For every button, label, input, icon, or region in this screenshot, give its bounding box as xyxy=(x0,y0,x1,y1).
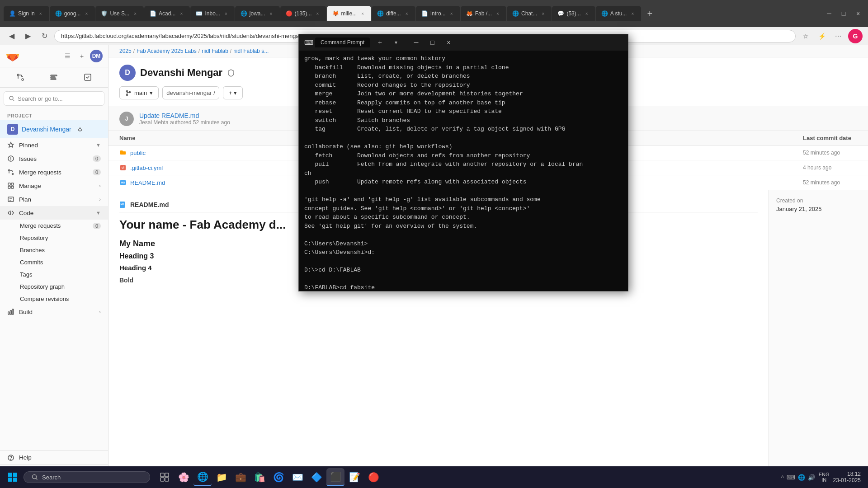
folder-icon xyxy=(119,149,127,156)
tab-close[interactable]: × xyxy=(448,10,455,17)
bookmark-button[interactable]: ☆ xyxy=(799,30,812,42)
svg-point-0 xyxy=(17,74,19,76)
sidebar-icon-todo[interactable] xyxy=(80,70,95,84)
browser-tab-use[interactable]: 🛡️ Use S... × xyxy=(95,6,144,21)
user-avatar-top[interactable]: DM xyxy=(90,50,103,62)
more-button[interactable]: ⋯ xyxy=(832,30,844,42)
sidebar-sub-item-compare-revisions[interactable]: Compare revisions xyxy=(0,293,108,305)
browser-tab-135[interactable]: 🔴 (135)... × xyxy=(280,6,326,21)
refresh-button[interactable]: ↻ xyxy=(38,30,51,42)
tab-close[interactable]: × xyxy=(404,10,410,17)
sidebar-item-help[interactable]: Help xyxy=(0,450,108,465)
sidebar-item-merge-requests[interactable]: Merge requests 0 xyxy=(0,165,108,179)
taskbar-search-box[interactable]: Search xyxy=(24,471,150,483)
maximize-browser-button[interactable]: □ xyxy=(837,7,850,20)
taskbar-app-store[interactable]: 🛍️ xyxy=(250,468,269,486)
sidebar-project-item[interactable]: D Devanshi Mengar xyxy=(0,120,108,138)
sidebar-item-build[interactable]: Build › xyxy=(0,305,108,319)
close-browser-button[interactable]: × xyxy=(852,7,864,20)
sidebar-sub-item-repository[interactable]: Repository xyxy=(0,232,108,244)
sidebar-item-code[interactable]: Code ▼ xyxy=(0,206,108,220)
browser-tab-acad[interactable]: 📄 Acad... × xyxy=(144,6,190,21)
sidebar-item-plan[interactable]: Plan › xyxy=(0,192,108,206)
browser-tab-jowa[interactable]: 🌐 jowa... × xyxy=(235,6,280,21)
browser-tab-active[interactable]: 🦊 mille... × xyxy=(327,6,372,21)
sidebar-sub-item-commits[interactable]: Commits xyxy=(0,256,108,268)
start-button[interactable] xyxy=(4,468,22,486)
svg-rect-15 xyxy=(8,186,10,188)
minimize-browser-button[interactable]: ─ xyxy=(823,7,835,20)
sidebar-sub-item-repository-graph[interactable]: Repository graph xyxy=(0,281,108,293)
browser-tab-chat[interactable]: 🌐 Chat... × xyxy=(507,6,552,21)
taskbar-app-browser[interactable]: 🌐 xyxy=(193,468,212,486)
cmd-minimize-button[interactable]: ─ xyxy=(410,36,422,49)
clock[interactable]: 18:12 23-01-2025 xyxy=(833,471,861,483)
breadcrumb-2025[interactable]: 2025 xyxy=(119,48,132,54)
gitlab-logo[interactable] xyxy=(5,49,20,63)
taskbar-app-git[interactable]: 🔷 xyxy=(307,468,326,486)
browser-tab-goog[interactable]: 🌐 goog... × xyxy=(50,6,95,21)
tab-close[interactable]: × xyxy=(223,10,229,17)
sidebar-icon-issues[interactable] xyxy=(47,70,61,84)
cmd-dropdown-button[interactable]: ▾ xyxy=(390,36,402,49)
taskbar-app-terminal[interactable]: ⬛ xyxy=(326,468,344,486)
back-button[interactable]: ◀ xyxy=(5,30,18,42)
sidebar-sub-item-branches[interactable]: Branches xyxy=(0,244,108,256)
browser-tab-signin[interactable]: 👤 Sign in × xyxy=(4,6,49,21)
tab-close[interactable]: × xyxy=(315,10,321,17)
sidebar-search[interactable]: Search or go to... xyxy=(4,91,104,106)
language-indicator[interactable]: ENG IN xyxy=(819,472,830,483)
add-file-button[interactable]: + ▾ xyxy=(223,86,243,99)
tab-close-active[interactable]: × xyxy=(359,10,366,17)
browser-tab-fab[interactable]: 🦊 Fab /... × xyxy=(461,6,506,21)
breadcrumb-fabacademy[interactable]: Fab Academy 2025 Labs xyxy=(137,48,197,54)
cmd-body[interactable]: grow, mark and tweak your common history… xyxy=(299,51,628,291)
breadcrumb-riidl-s[interactable]: riidl Fablab s... xyxy=(233,48,269,54)
cmd-maximize-button[interactable]: □ xyxy=(426,36,439,49)
chevron-up-icon[interactable]: ^ xyxy=(781,474,784,481)
tab-close[interactable]: × xyxy=(629,10,636,17)
cmd-tab[interactable]: Command Prompt xyxy=(315,38,370,47)
taskbar-app-files[interactable]: 📁 xyxy=(212,468,231,486)
tab-close[interactable]: × xyxy=(495,10,501,17)
extension-button[interactable]: ⚡ xyxy=(816,30,828,42)
tab-close[interactable]: × xyxy=(83,10,90,17)
browser-tab-53[interactable]: 💬 (53)... × xyxy=(552,6,595,21)
taskbar-app-teams[interactable]: 💼 xyxy=(231,468,250,486)
profile-button[interactable]: G xyxy=(848,29,863,43)
taskbar-app-red[interactable]: 🔴 xyxy=(364,468,382,486)
url-text: https://gitlab.fabcloud.org/academany/fa… xyxy=(61,33,301,39)
branch-selector[interactable]: main ▾ xyxy=(119,86,159,99)
sidebar-item-manage[interactable]: Manage › xyxy=(0,179,108,192)
browser-tab-inbox[interactable]: ✉️ Inbo... × xyxy=(190,6,234,21)
taskbar-app-edge[interactable]: 🌀 xyxy=(269,468,288,486)
tab-close[interactable]: × xyxy=(540,10,546,17)
svg-rect-14 xyxy=(11,183,14,185)
taskbar-app-flowers[interactable]: 🌸 xyxy=(175,468,193,486)
sidebar-sub-item-merge-requests[interactable]: Merge requests 0 xyxy=(0,220,108,232)
browser-tab-intro[interactable]: 📄 Intro... × xyxy=(416,6,460,21)
breadcrumb-riidl[interactable]: riidl Fablab xyxy=(202,48,228,54)
new-tab-button[interactable]: + xyxy=(643,7,656,20)
tab-close[interactable]: × xyxy=(584,10,590,17)
tab-close[interactable]: × xyxy=(178,10,184,17)
taskbar-app-notepad[interactable]: 📝 xyxy=(345,468,363,486)
sidebar-icon-mr[interactable] xyxy=(13,70,28,84)
cmd-close-button[interactable]: × xyxy=(442,36,455,49)
tab-close[interactable]: × xyxy=(268,10,274,17)
sidebar-item-issues[interactable]: Issues 0 xyxy=(0,152,108,165)
forward-button[interactable]: ▶ xyxy=(22,30,34,42)
taskbar-task-view[interactable] xyxy=(156,468,174,486)
tab-close[interactable]: × xyxy=(132,10,138,17)
tab-close-signin[interactable]: × xyxy=(38,10,44,17)
sidebar-sub-item-tags[interactable]: Tags xyxy=(0,268,108,281)
taskbar-app-mail[interactable]: ✉️ xyxy=(288,468,307,486)
sidebar-item-pinned[interactable]: Pinned ▼ xyxy=(0,138,108,152)
browser-tab-astu[interactable]: 🌐 A stu... × xyxy=(596,6,642,21)
pinned-label: Pinned xyxy=(19,142,38,149)
new-item-button[interactable]: + xyxy=(75,50,88,62)
cmd-new-tab-button[interactable]: + xyxy=(373,36,386,49)
sidebar-menu-toggle[interactable]: ☰ xyxy=(61,50,74,62)
browser-tab-diffe[interactable]: 🌐 diffe... × xyxy=(372,6,415,21)
path-display: devanshi-mengar / xyxy=(162,86,219,99)
